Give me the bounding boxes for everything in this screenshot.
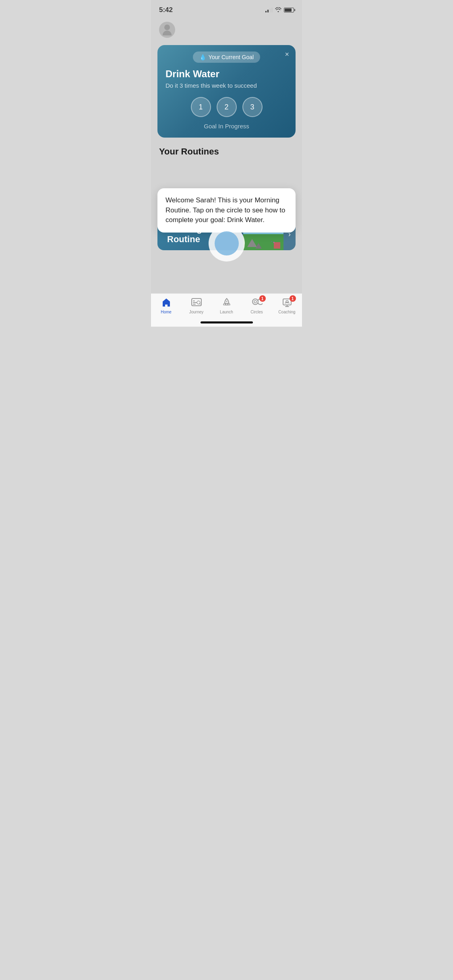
svg-point-4 (252, 299, 258, 305)
avatar (159, 22, 175, 38)
routines-section: Your Routines (151, 141, 302, 165)
tap-circle-overlay[interactable] (209, 225, 245, 261)
coaching-badge: 1 (290, 295, 296, 302)
circles-badge: 1 (259, 295, 266, 302)
avatar-area (151, 18, 302, 42)
tab-coaching-label: Coaching (278, 310, 295, 314)
launch-icon (221, 297, 232, 308)
goal-subtitle: Do it 3 times this week to succeed (165, 82, 288, 89)
tap-circle-inner (215, 231, 239, 255)
tab-launch-label: Launch (220, 310, 233, 314)
water-drop-icon: 💧 (199, 54, 206, 60)
coaching-icon: 1 (281, 297, 293, 308)
status-icons (265, 7, 294, 13)
goal-circle-3: 3 (242, 97, 263, 117)
goal-title: Drink Water (165, 68, 288, 80)
routines-title: Your Routines (159, 146, 294, 157)
status-time: 5:42 (159, 6, 173, 14)
tooltip-text: Welcome Sarah! This is your Morning Rout… (165, 196, 285, 224)
goal-progress-circles: 1 2 3 (165, 97, 288, 117)
avatar-person (163, 25, 172, 35)
tab-circles[interactable]: 1 Circles (242, 297, 272, 314)
svg-point-5 (254, 301, 256, 303)
goal-circle-2: 2 (217, 97, 237, 117)
tab-journey-label: Journey (189, 310, 204, 314)
signal-icon (265, 8, 273, 12)
tab-journey[interactable]: Journey (181, 297, 211, 314)
tab-coaching[interactable]: 1 Coaching (272, 297, 302, 314)
home-indicator (201, 321, 253, 323)
journey-icon (191, 297, 202, 308)
goal-header-pill: 💧 Your Current Goal (193, 51, 260, 63)
tab-launch[interactable]: Launch (211, 297, 242, 314)
circles-icon: 1 (251, 297, 263, 308)
battery-icon (284, 8, 294, 12)
close-button[interactable]: × (285, 51, 289, 58)
goal-header-text: Your Current Goal (209, 54, 254, 60)
wifi-icon (275, 7, 281, 13)
tab-circles-label: Circles (250, 310, 263, 314)
goal-card: 💧 Your Current Goal × Drink Water Do it … (157, 45, 296, 138)
goal-status-text: Goal In Progress (165, 123, 288, 130)
goal-circle-1: 1 (191, 97, 211, 117)
tab-home-label: Home (161, 310, 172, 314)
svg-point-3 (226, 301, 227, 302)
home-icon (161, 297, 172, 308)
tab-home[interactable]: Home (151, 297, 181, 314)
status-bar: 5:42 (151, 0, 302, 18)
